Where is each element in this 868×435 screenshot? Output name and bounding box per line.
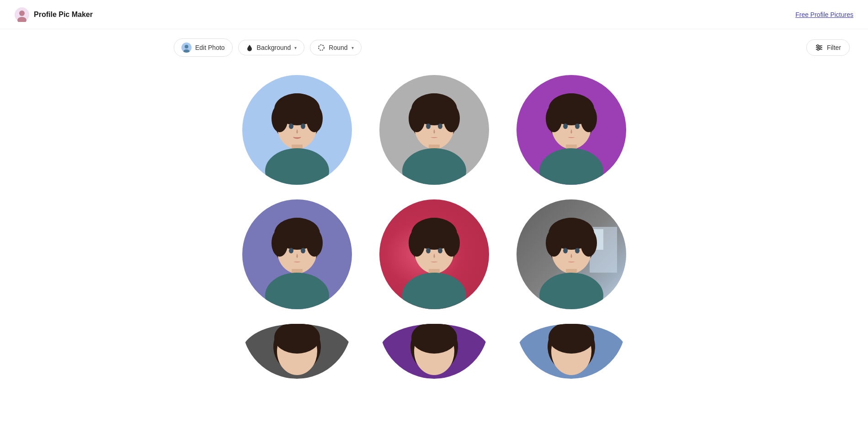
profile-item-r1c3[interactable]	[517, 75, 626, 185]
svg-point-34	[546, 105, 562, 132]
svg-point-35	[580, 105, 597, 132]
edit-photo-avatar-icon	[181, 43, 192, 53]
svg-point-1	[19, 11, 25, 16]
filter-button[interactable]: Filter	[806, 39, 850, 56]
photo-grid	[0, 66, 868, 397]
person-svg-r2c1	[242, 199, 352, 309]
svg-point-16	[272, 105, 288, 132]
grid-row-2	[242, 199, 626, 309]
edit-photo-button[interactable]: Edit Photo	[174, 38, 233, 57]
svg-point-66	[539, 273, 603, 309]
svg-point-46	[265, 273, 329, 309]
person-svg-r2c2	[379, 199, 489, 309]
filter-label: Filter	[827, 44, 841, 51]
background-chevron-icon: ▾	[294, 45, 297, 50]
svg-point-26	[443, 105, 460, 132]
svg-point-12	[817, 48, 819, 50]
svg-point-30	[438, 124, 442, 129]
background-label: Background	[257, 44, 291, 51]
svg-point-47	[289, 248, 293, 253]
svg-point-55	[402, 273, 466, 309]
svg-point-37	[539, 148, 603, 185]
round-label: Round	[329, 44, 347, 51]
person-svg-r1c3	[517, 75, 626, 185]
svg-point-43	[272, 229, 288, 257]
edit-photo-label: Edit Photo	[195, 44, 225, 51]
background-button[interactable]: Background ▾	[238, 40, 305, 55]
svg-point-48	[301, 248, 305, 253]
person-svg-r3c1	[242, 324, 352, 379]
svg-point-39	[575, 124, 580, 129]
svg-point-52	[409, 229, 425, 257]
svg-point-63	[546, 229, 562, 257]
profile-item-r3c1[interactable]	[242, 324, 352, 379]
header: Profile Pic Maker Free Profile Pictures	[0, 0, 868, 29]
round-button[interactable]: Round ▾	[310, 40, 361, 55]
svg-point-68	[575, 248, 580, 253]
grid-row-3	[242, 324, 626, 379]
svg-point-20	[289, 124, 293, 129]
person-svg-r1c2	[379, 75, 489, 185]
profile-item-r2c2[interactable]	[379, 199, 489, 309]
person-svg-r1c1	[242, 75, 352, 185]
toolbar: Edit Photo Background ▾ Round ▾ Filter	[0, 29, 868, 66]
person-svg-r3c2	[379, 324, 489, 379]
svg-point-44	[306, 229, 323, 257]
svg-point-6	[319, 45, 324, 50]
profile-item-r2c1[interactable]	[242, 199, 352, 309]
grid-row-1	[242, 75, 626, 185]
logo-text: Profile Pic Maker	[34, 11, 93, 19]
svg-point-17	[306, 105, 323, 132]
profile-item-r3c2[interactable]	[379, 324, 489, 379]
profile-item-r1c1[interactable]	[242, 75, 352, 185]
svg-point-19	[265, 148, 329, 185]
person-svg-r3c3	[517, 324, 626, 379]
svg-point-56	[426, 248, 431, 253]
filter-icon	[815, 43, 823, 52]
person-svg-r2c3	[517, 199, 626, 309]
logo-area[interactable]: Profile Pic Maker	[15, 7, 93, 22]
svg-point-21	[301, 124, 305, 129]
svg-point-11	[819, 47, 821, 48]
svg-point-64	[580, 229, 597, 257]
profile-item-r1c2[interactable]	[379, 75, 489, 185]
dashed-circle-icon	[318, 44, 325, 51]
droplet-icon	[246, 44, 253, 51]
free-profile-pictures-link[interactable]: Free Profile Pictures	[795, 11, 853, 18]
svg-point-28	[402, 148, 466, 185]
profile-item-r2c3[interactable]	[517, 199, 626, 309]
svg-point-29	[426, 124, 431, 129]
svg-point-10	[817, 45, 819, 47]
svg-point-67	[563, 248, 568, 253]
profile-item-r3c3[interactable]	[517, 324, 626, 379]
round-chevron-icon: ▾	[351, 45, 354, 50]
svg-point-25	[409, 105, 425, 132]
svg-point-4	[185, 45, 188, 48]
svg-point-53	[443, 229, 460, 257]
svg-point-57	[438, 248, 442, 253]
logo-icon	[15, 7, 29, 22]
svg-point-38	[563, 124, 568, 129]
